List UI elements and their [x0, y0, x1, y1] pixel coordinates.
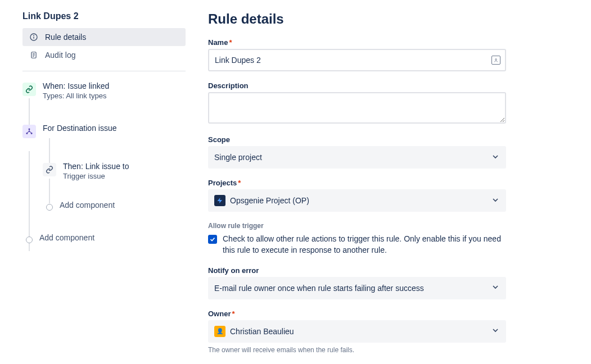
chevron-down-icon	[491, 195, 500, 206]
add-component-inner-label: Add component	[60, 201, 115, 210]
scope-value: Single project	[214, 153, 262, 162]
scope-select[interactable]: Single project	[208, 146, 506, 169]
page-title: Rule details	[208, 11, 506, 27]
tree-add-component-outer[interactable]: Add component	[22, 230, 186, 247]
action-title: Then: Link issue to	[63, 162, 129, 171]
svg-point-7	[29, 128, 30, 130]
action-subtitle: Trigger issue	[63, 172, 129, 180]
allow-trigger-label: Allow rule trigger	[208, 222, 506, 230]
scope-label: Scope	[208, 135, 506, 144]
chevron-down-icon	[491, 326, 500, 336]
add-circle-icon	[46, 204, 53, 211]
notify-error-label: Notify on error	[208, 266, 506, 275]
field-description: Description	[208, 81, 506, 125]
svg-point-2	[34, 35, 34, 36]
tree-branch[interactable]: For Destination issue	[22, 120, 186, 142]
nav-audit-log-label: Audit log	[45, 51, 75, 60]
projects-value: Opsgenie Project (OP)	[230, 196, 309, 205]
trigger-subtitle: Types: All link types	[43, 92, 109, 100]
contact-card-icon	[491, 56, 500, 65]
field-owner: Owner* 👤 Christian Beaulieu The owner wi…	[208, 310, 506, 354]
owner-select[interactable]: 👤 Christian Beaulieu	[208, 320, 506, 343]
allow-trigger-text: Check to allow other rule actions to tri…	[223, 233, 506, 256]
project-icon	[214, 195, 225, 206]
add-circle-icon	[26, 236, 33, 243]
allow-trigger-checkbox[interactable]	[208, 235, 217, 244]
projects-select[interactable]: Opsgenie Project (OP)	[208, 189, 506, 212]
name-input[interactable]	[208, 49, 506, 71]
notify-error-value: E-mail rule owner once when rule starts …	[214, 284, 424, 293]
svg-point-10	[495, 59, 497, 61]
add-component-outer-label: Add component	[39, 233, 94, 242]
rule-tree: When: Issue linked Types: All link types…	[22, 78, 186, 247]
field-notify-error: Notify on error E-mail rule owner once w…	[208, 266, 506, 299]
sidebar: Link Dupes 2 Rule details Audit log When…	[22, 11, 208, 364]
field-scope: Scope Single project	[208, 135, 506, 169]
field-name: Name*	[208, 38, 506, 71]
main-panel: Rule details Name* Description Scope Sin…	[208, 11, 506, 364]
field-allow-trigger: Allow rule trigger Check to allow other …	[208, 222, 506, 256]
name-label: Name*	[208, 38, 506, 47]
branch-icon	[22, 125, 36, 138]
avatar: 👤	[214, 326, 225, 337]
projects-label: Projects*	[208, 179, 506, 187]
sidebar-nav: Rule details Audit log	[22, 28, 186, 64]
owner-value: Christian Beaulieu	[230, 327, 294, 336]
link-icon	[22, 83, 36, 96]
branch-title: For Destination issue	[43, 124, 117, 133]
chevron-down-icon	[491, 152, 500, 163]
description-input[interactable]	[208, 92, 506, 124]
owner-label: Owner*	[208, 310, 506, 318]
nav-audit-log[interactable]: Audit log	[22, 46, 186, 64]
link-action-icon	[43, 163, 56, 176]
owner-help-text: The owner will receive emails when the r…	[208, 346, 506, 354]
chevron-down-icon	[491, 283, 500, 293]
rule-title: Link Dupes 2	[22, 11, 186, 21]
nav-rule-details-label: Rule details	[45, 33, 86, 42]
log-icon	[29, 51, 38, 60]
info-icon	[29, 33, 38, 42]
nav-rule-details[interactable]: Rule details	[22, 28, 186, 46]
field-projects: Projects* Opsgenie Project (OP)	[208, 179, 506, 212]
tree-action[interactable]: Then: Link issue to Trigger issue	[43, 158, 186, 184]
divider	[22, 71, 186, 71]
tree-trigger[interactable]: When: Issue linked Types: All link types	[22, 78, 186, 103]
trigger-title: When: Issue linked	[43, 81, 109, 90]
tree-branch-children: Then: Link issue to Trigger issue Add co…	[43, 142, 186, 214]
tree-add-component-inner[interactable]: Add component	[43, 197, 186, 214]
notify-error-select[interactable]: E-mail rule owner once when rule starts …	[208, 277, 506, 299]
description-label: Description	[208, 81, 506, 90]
